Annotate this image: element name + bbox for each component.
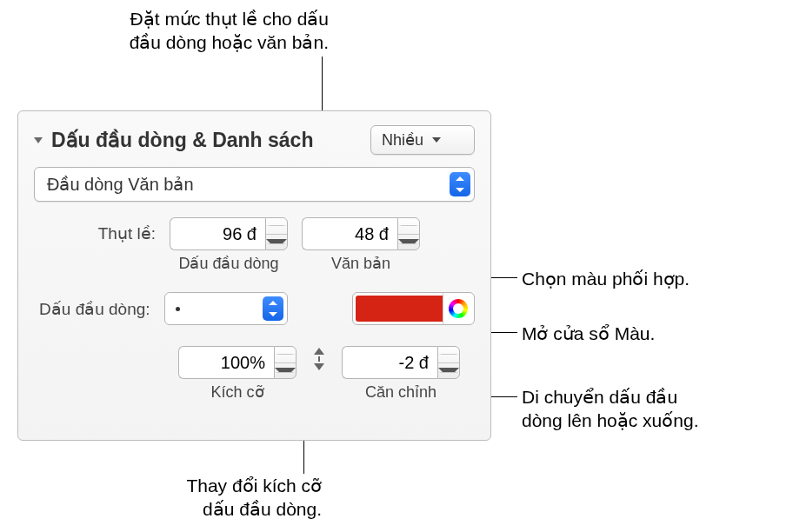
connector-line — [322, 57, 323, 110]
callout-move-bullet: Di chuyển dấu đầu dòng lên hoặc xuống. — [522, 385, 698, 433]
bullet-indent-caption: Dấu đầu dòng — [178, 254, 278, 273]
bullet-size-field[interactable] — [178, 346, 297, 379]
chevron-down-icon — [432, 137, 441, 143]
callout-change-size: Thay đổi kích cỡ dấu đầu dòng. — [113, 474, 322, 522]
stepper-up[interactable] — [438, 347, 459, 363]
bullet-size-input[interactable] — [178, 346, 274, 379]
vertical-arrows-icon — [310, 346, 328, 372]
color-wheel-icon — [449, 299, 468, 318]
list-style-popup[interactable]: Nhiều — [370, 125, 475, 155]
bullet-glyph-popup[interactable] — [164, 292, 288, 325]
indent-label: Thụt lề: — [34, 217, 156, 243]
disclosure-triangle-icon[interactable] — [34, 137, 43, 143]
bullet-dot-icon — [176, 307, 180, 311]
bullet-align-field[interactable] — [342, 346, 460, 379]
callout-open-colors: Mở cửa sổ Màu. — [522, 322, 655, 345]
bullet-color-well — [352, 292, 475, 325]
bullet-type-popup[interactable]: Đầu dòng Văn bản — [34, 167, 475, 202]
list-style-label: Nhiều — [382, 130, 423, 150]
bullet-label: Dấu đầu dòng: — [34, 299, 150, 319]
text-indent-field[interactable] — [302, 217, 420, 250]
bullet-align-stepper[interactable] — [437, 346, 460, 379]
bullet-indent-stepper[interactable] — [265, 217, 288, 250]
popup-arrows-icon — [263, 296, 283, 321]
text-indent-caption: Văn bản — [331, 254, 390, 273]
stepper-down[interactable] — [275, 363, 296, 379]
text-indent-stepper[interactable] — [397, 217, 420, 250]
text-indent-input[interactable] — [302, 217, 397, 250]
stepper-up[interactable] — [266, 218, 287, 235]
open-colors-button[interactable] — [443, 293, 474, 324]
stepper-down[interactable] — [266, 235, 287, 250]
stepper-up[interactable] — [275, 347, 296, 363]
bullet-align-caption: Căn chỉnh — [365, 382, 436, 402]
bullet-size-stepper[interactable] — [274, 346, 297, 379]
bullets-lists-panel: Dấu đầu dòng & Danh sách Nhiều Đầu dòng … — [17, 110, 491, 441]
stepper-down[interactable] — [398, 235, 419, 250]
bullet-type-label: Đầu dòng Văn bản — [47, 174, 450, 195]
bullet-align-input[interactable] — [342, 346, 437, 379]
bullet-size-caption: Kích cỡ — [210, 382, 263, 402]
section-title: Dấu đầu dòng & Danh sách — [51, 129, 370, 152]
bullet-indent-field[interactable] — [170, 217, 288, 250]
color-swatch[interactable] — [356, 296, 443, 322]
stepper-up[interactable] — [398, 218, 419, 235]
callout-indent: Đặt mức thụt lề cho dấu đầu dòng hoặc vă… — [50, 7, 329, 55]
stepper-down[interactable] — [438, 363, 459, 379]
bullet-indent-input[interactable] — [170, 217, 265, 250]
callout-choose-color: Chọn màu phối hợp. — [522, 267, 690, 290]
popup-arrows-icon — [450, 172, 470, 196]
